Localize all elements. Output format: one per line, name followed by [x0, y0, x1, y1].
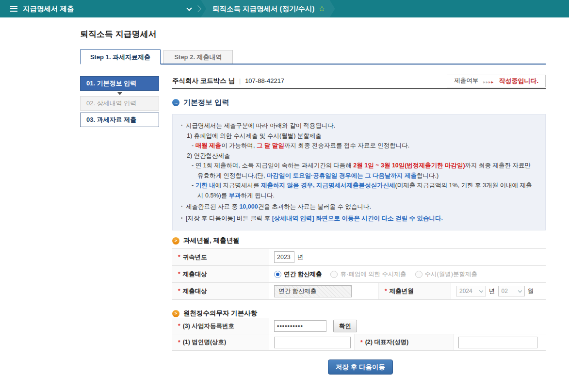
breadcrumb: 퇴직소득 지급명세서 (정기/수시) ☆ — [201, 0, 335, 17]
corp-name-input[interactable] — [274, 337, 351, 348]
submit-month-select[interactable]: 02 — [498, 286, 525, 296]
submit-yearmonth-label: *제출년월 — [378, 283, 451, 299]
chevron-down-icon[interactable] — [186, 5, 192, 11]
chevron-circle-icon: > — [172, 310, 179, 317]
sidebar-step-basic-info[interactable]: 01. 기본정보 입력 — [80, 76, 159, 91]
taxpayer-info-row: 주식회사 코드박스 님 | 107-88-42217 제출여부 ▸▸▸▸ 작성중… — [172, 73, 546, 89]
submit-year-select[interactable]: 2024 — [456, 286, 486, 296]
page-title: 퇴직소득 지급명세서 — [80, 29, 157, 40]
attribution-year-label: *귀속년도 — [172, 249, 269, 265]
sidebar-step-tax-data-submit[interactable]: 03. 과세자료 제출 — [80, 113, 159, 127]
representative-input[interactable] — [458, 337, 537, 348]
section-title: 기본정보 입력 — [183, 98, 229, 107]
submit-target-readonly-field: 연간 합산제출 — [274, 285, 352, 297]
tax-period-table: *귀속년도 년 *제출대상 연간 합산제출 휴·폐업에 의한 수시제출 수시(월… — [172, 248, 546, 300]
representative-label: *(2) 대표자(성명) — [354, 334, 454, 350]
chevron-circle-icon: > — [172, 237, 179, 245]
required-asterisk: * — [178, 254, 180, 261]
radio-closure-occasional[interactable]: 휴·폐업에 의한 수시제출 — [330, 270, 406, 278]
table-row: *(1) 법인명(상호) *(2) 대표자(성명) — [172, 334, 546, 351]
section-header-withholding-agent: > 원천징수의무자 기본사항 — [172, 309, 257, 318]
tab-step2-submission-history[interactable]: Step 2. 제출내역 — [163, 50, 233, 64]
menu-title[interactable]: 지급명세서 제출 — [23, 0, 74, 17]
radio-disabled-icon[interactable] — [330, 271, 338, 278]
representative-cell — [454, 334, 537, 350]
top-navigation-bar: 지급명세서 제출 퇴직소득 지급명세서 (정기/수시) ☆ — [0, 0, 569, 17]
submit-status-value: 작성중입니다. — [499, 77, 538, 85]
radio-disabled-icon[interactable] — [415, 271, 423, 278]
arrow-down-icon — [117, 92, 122, 95]
business-number-cell: 확인 — [269, 318, 357, 334]
arrow-circle-icon: → — [172, 99, 179, 106]
month-unit: 월 — [528, 287, 534, 295]
corp-name-label: *(1) 법인명(상호) — [172, 334, 269, 350]
notice-line: 2) 연간합산제출 — [187, 151, 538, 161]
submit-target2-cell: 연간 합산제출 — [269, 283, 378, 299]
attribution-year-input[interactable] — [274, 251, 294, 263]
submit-target-radio-group: 연간 합산제출 휴·폐업에 의한 수시제출 수시(월별)분할제출 — [274, 270, 477, 278]
table-row: *(3) 사업자등록번호 확인 — [172, 318, 546, 334]
corp-name-cell — [269, 334, 354, 350]
year-unit: 년 — [297, 253, 304, 261]
chevron-down-icon — [518, 288, 521, 292]
section-header-basic-info: → 기본정보 입력 — [172, 98, 229, 107]
table-row: *제출대상 연간 합산제출 휴·폐업에 의한 수시제출 수시(월별)분할제출 — [172, 266, 546, 283]
radio-monthly-split[interactable]: 수시(월별)분할제출 — [415, 270, 477, 278]
attribution-year-cell: 년 — [269, 249, 304, 265]
required-asterisk: * — [178, 323, 180, 329]
submit-target-cell: 연간 합산제출 휴·폐업에 의한 수시제출 수시(월별)분할제출 — [269, 266, 477, 282]
submit-yearmonth-cell: 2024 년 02 월 — [451, 283, 534, 299]
submit-status-label: 제출여부 — [454, 77, 478, 85]
notice-line: - 연 1회 제출하며, 소득 지급일이 속하는 과세기간의 다음해 2월 1일… — [192, 161, 538, 180]
section-header-tax-period: > 과세년월, 제출년월 — [172, 236, 240, 245]
notice-box: 지급명세서는 제출구분에 따라 아래와 같이 적용됩니다. 1) 휴폐업에 의한… — [172, 114, 546, 230]
radio-selected-icon[interactable] — [274, 271, 281, 278]
tab-step1-tax-data-submit[interactable]: Step 1. 과세자료제출 — [80, 49, 161, 65]
required-asterisk: * — [360, 339, 363, 346]
notice-line: 지급명세서는 제출구분에 따라 아래와 같이 적용됩니다. — [180, 121, 538, 131]
menu-icon[interactable] — [10, 6, 17, 13]
business-number-label: *(3) 사업자등록번호 — [172, 318, 269, 334]
required-asterisk: * — [178, 288, 180, 294]
step-sidebar: 01. 기본정보 입력 02. 상세내역 입력 03. 과세자료 제출 — [80, 76, 159, 127]
business-number: 107-88-42217 — [245, 77, 284, 84]
notice-line: - 매월 제출이 가능하며, 그 달 말일까지 최종 전송자료를 접수 자료로 … — [192, 141, 538, 151]
withholding-agent-table: *(3) 사업자등록번호 확인 *(1) 법인명(상호) *(2) 대표자(성명… — [172, 318, 546, 351]
section-title: 과세년월, 제출년월 — [183, 236, 240, 245]
notice-line: [저장 후 다음이동] 버튼 클릭 후 [상세내역 입력] 화면으로 이동은 시… — [180, 213, 538, 224]
required-asterisk: * — [178, 271, 180, 278]
sidebar-step-detail-input[interactable]: 02. 상세내역 입력 — [80, 96, 159, 111]
table-row: *제출대상 연간 합산제출 *제출년월 2024 년 02 월 — [172, 283, 546, 300]
save-next-button[interactable]: 저장 후 다음이동 — [328, 359, 393, 375]
confirm-button[interactable]: 확인 — [333, 320, 357, 332]
submit-target-label: *제출대상 — [172, 266, 269, 282]
breadcrumb-separator-icon — [195, 5, 201, 12]
notice-line: 제출완료된 자료 중 10,000건을 초과하는 자료는 불러올 수 없습니다. — [180, 202, 538, 212]
notice-line: - 기한 내에 지급명세서를 제출하지 않을 경우, 지급명세서제출불성실가산세… — [192, 180, 538, 200]
required-asterisk: * — [178, 339, 180, 346]
taxpayer-name: 주식회사 코드박스 님 — [172, 77, 235, 85]
notice-line: 1) 휴폐업에 의한 수시제출 및 수시(월별) 분할제출 — [187, 131, 538, 141]
chevron-down-icon — [479, 288, 483, 292]
arrows-right-icon: ▸▸▸▸ — [483, 77, 494, 85]
radio-annual-combined[interactable]: 연간 합산제출 — [274, 270, 322, 278]
submit-status-box: 제출여부 ▸▸▸▸ 작성중입니다. — [447, 75, 546, 87]
star-icon[interactable]: ☆ — [318, 5, 325, 13]
divider: | — [239, 78, 241, 84]
year-unit: 년 — [489, 287, 495, 295]
table-row: *귀속년도 년 — [172, 249, 546, 266]
required-asterisk: * — [385, 288, 387, 294]
business-number-input[interactable] — [274, 320, 326, 332]
breadcrumb-current: 퇴직소득 지급명세서 (정기/수시) — [212, 4, 314, 14]
submit-target2-label: *제출대상 — [172, 283, 269, 299]
section-title: 원천징수의무자 기본사항 — [183, 309, 257, 318]
